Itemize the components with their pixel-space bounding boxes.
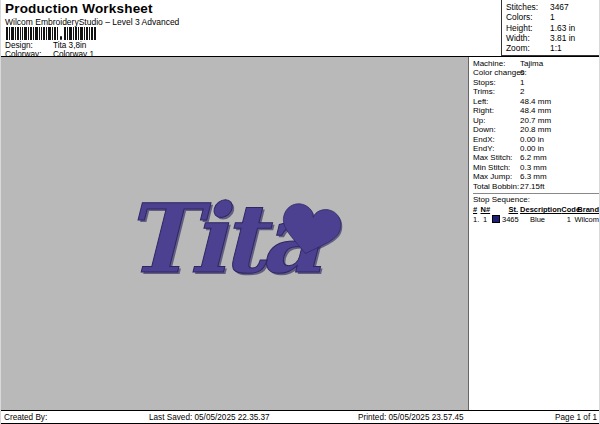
info-machine: Machine:Tajima [473, 59, 599, 68]
page-number: Page 1 of 1 [555, 413, 597, 422]
col-code: Code [561, 205, 577, 214]
info-right: Right:48.4 mm [473, 106, 599, 115]
seq-num: 1. [473, 215, 483, 224]
seq-needle: 1 [483, 215, 492, 224]
stop-sequence-header-row: # N# St. Description Code Brand [473, 205, 599, 215]
seq-description: Blue [530, 215, 555, 224]
seq-stitches: 3465 [502, 215, 519, 224]
info-endx: EndX:0.00 in [473, 135, 599, 144]
design-name-row: Design:Tita 3,8in [5, 41, 86, 50]
stop-sequence-section: Stop Sequence: # N# St. Description Code… [473, 193, 599, 224]
stat-colors: Colors: 1 [506, 12, 600, 22]
info-total-bobbin: Total Bobbin:27.15ft [473, 182, 599, 191]
page-title: Production Worksheet [5, 1, 153, 16]
stat-zoom: Zoom: 1:1 [506, 43, 600, 53]
stat-width: Width: 3.81 in [506, 33, 600, 43]
design-label: Design: [5, 41, 53, 50]
design-value: Tita 3,8in [53, 41, 86, 50]
seq-code: 1 [555, 215, 571, 224]
info-max-stitch: Max Stitch:6.2 mm [473, 153, 599, 162]
info-trims: Trims:2 [473, 87, 599, 96]
created-by-label: Created By: [4, 413, 47, 422]
seq-stitch-cell: 3465 [492, 215, 530, 224]
production-worksheet-page: Production Worksheet Wilcom EmbroiderySt… [0, 0, 600, 424]
col-brand: Brand [577, 205, 599, 214]
last-saved-text: Last Saved: 05/05/2025 22.35.37 [149, 413, 270, 422]
col-needle: N# [481, 205, 490, 214]
col-hash: # [473, 205, 481, 214]
col-stitches: St. [490, 205, 521, 214]
barcode-icon [6, 27, 96, 40]
info-endy: EndY:0.00 in [473, 144, 599, 153]
embroidery-design-tita-heart: Tita Tita [119, 177, 354, 307]
info-stops: Stops:1 [473, 78, 599, 87]
seq-brand: Wilcom [571, 215, 599, 224]
info-up: Up:20.7 mm [473, 116, 599, 125]
info-left: Left:48.4 mm [473, 97, 599, 106]
col-description: Description [520, 205, 561, 214]
stat-height: Height: 1.63 in [506, 23, 600, 33]
thread-color-chip [492, 215, 500, 223]
stop-sequence-title: Stop Sequence: [473, 195, 599, 205]
footer: Created By: Last Saved: 05/05/2025 22.35… [1, 410, 600, 424]
info-color-changes: Color changes:0 [473, 68, 599, 77]
info-max-jump: Max Jump:6.3 mm [473, 172, 599, 181]
stop-sequence-row: 1. 1 3465 Blue 1 Wilcom [473, 215, 599, 225]
printed-text: Printed: 05/05/2025 23.57.45 [358, 413, 464, 422]
info-down: Down:20.8 mm [473, 125, 599, 134]
design-canvas: Tita Tita [1, 57, 468, 410]
machine-info-panel: Machine:Tajima Color changes:0 Stops:1 T… [468, 57, 600, 410]
stat-stitches: Stitches: 3467 [506, 2, 600, 12]
app-subtitle: Wilcom EmbroideryStudio – Level 3 Advanc… [5, 17, 179, 27]
info-min-stitch: Min Stitch:0.3 mm [473, 163, 599, 172]
design-stats-box: Stitches: 3467 Colors: 1 Height: 1.63 in… [501, 0, 600, 56]
